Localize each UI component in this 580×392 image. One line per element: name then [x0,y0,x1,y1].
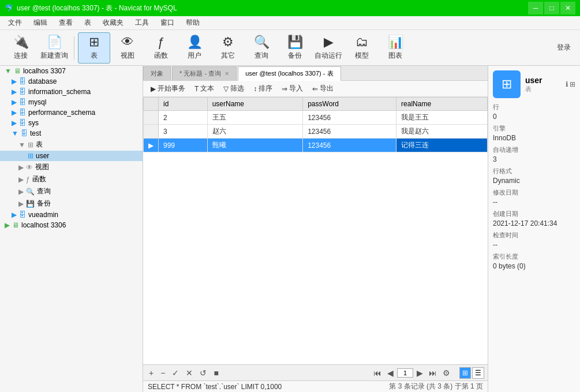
toolbar-btn-connect[interactable]: 🔌连接 [5,32,37,64]
page-settings-button[interactable]: ⚙ [440,367,452,379]
toolbar-icon-other: ⚙ [222,35,234,50]
cell-id-0[interactable]: 2 [159,111,208,125]
add-row-button[interactable]: + [147,367,156,379]
sidebar-item-sys[interactable]: ▶ 🗄 sys [0,118,143,128]
cell-id-2[interactable]: 999 [159,139,208,152]
sub-btn-import[interactable]: ⇒导入 [278,82,307,95]
close-button[interactable]: ✕ [560,2,575,14]
content-area: 对象* 无标题 - 查询✕user @test (localhos 3307) … [143,66,488,392]
cell-userName-0[interactable]: 王五 [207,111,302,125]
toolbar-btn-table[interactable]: ⊞表 [78,32,110,64]
tree-type-icon-performance_schema: 🗄 [19,109,26,117]
cell-passWord-0[interactable]: 123456 [303,111,396,125]
sub-icon-sort: ↕ [253,85,257,93]
stop-button[interactable]: ■ [211,367,220,379]
cell-realName-0[interactable]: 我是王五 [396,111,488,125]
toolbar-btn-other[interactable]: ⚙其它 [212,32,244,64]
refresh-button[interactable]: ↺ [197,367,209,379]
table-row[interactable]: ▶999甄曦123456记得三连 [144,139,488,152]
menu-item-窗口[interactable]: 窗口 [155,17,180,28]
sidebar-item-backups[interactable]: ▶ 💾 备份 [0,197,143,210]
minimize-button[interactable]: ─ [528,2,543,14]
menu-item-帮助[interactable]: 帮助 [180,17,205,28]
sidebar-item-queries[interactable]: ▶ 🔍 查询 [0,185,143,197]
sidebar-item-information_schema[interactable]: ▶ 🗄 information_schema [0,87,143,97]
sidebar-item-user-table[interactable]: ⊞ user [0,151,143,161]
sub-btn-begin-tx[interactable]: ▶开始事务 [147,82,189,95]
cell-passWord-1[interactable]: 123456 [303,125,396,139]
maximize-button[interactable]: □ [544,2,559,14]
table-row[interactable]: 3赵六123456我是赵六 [144,125,488,139]
toolbar-btn-view[interactable]: 👁视图 [111,32,144,64]
sub-btn-text[interactable]: T文本 [190,82,218,95]
toolbar-btn-function[interactable]: ƒ函数 [145,32,177,64]
rp-section-label-自动递增: 自动递增 [493,145,575,154]
sidebar-item-performance_schema[interactable]: ▶ 🗄 performance_schema [0,107,143,118]
col-header-passWord[interactable]: passWord [303,98,396,111]
rp-section-label-引擎: 引擎 [493,124,575,133]
tab-close-icon[interactable]: ✕ [224,70,229,77]
grid-view-button[interactable]: ⊞ [459,367,471,379]
rp-section-value-自动递增: 3 [493,155,575,163]
sidebar-item-mysql[interactable]: ▶ 🗄 mysql [0,97,143,107]
menu-item-编辑[interactable]: 编辑 [28,17,53,28]
tree-expand-icon-database: ▶ [12,77,17,85]
sidebar-item-vueadmin[interactable]: ▶ 🗄 vueadmin [0,210,143,220]
cell-userName-1[interactable]: 赵六 [207,125,302,139]
menu-item-查看[interactable]: 查看 [53,17,78,28]
toolbar-btn-backup[interactable]: 💾备份 [279,32,311,64]
list-view-button[interactable]: ☰ [472,367,484,379]
sub-btn-sort[interactable]: ↕排序 [249,82,276,95]
sidebar-item-localhost-3306[interactable]: ▶ 🖥 localhost 3306 [0,220,143,230]
tree-type-icon-tables: ⊞ [28,141,33,149]
login-button[interactable]: 登录 [552,40,575,55]
tree-label-localhost-3306: localhost 3306 [21,221,66,229]
toolbar-btn-chart[interactable]: 📊图表 [379,32,411,64]
delete-row-button[interactable]: − [158,367,167,379]
rp-grid-icon[interactable]: ⊞ [570,80,575,88]
sidebar-item-tables[interactable]: ▼ ⊞ 表 [0,139,143,151]
cell-realName-2[interactable]: 记得三连 [396,139,488,152]
toolbar-btn-query[interactable]: 🔍查询 [245,32,278,64]
cell-id-1[interactable]: 3 [159,125,208,139]
sidebar-item-views[interactable]: ▶ 👁 视图 [0,161,143,173]
toolbar-btn-user[interactable]: 👤用户 [178,32,211,64]
cell-passWord-2[interactable]: 123456 [303,139,396,152]
cancel-edit-button[interactable]: ✕ [184,367,195,379]
tab-object[interactable]: 对象 [143,66,171,80]
col-header-realName[interactable]: realName [396,98,488,111]
first-page-button[interactable]: ⏮ [371,367,384,379]
sidebar-item-localhos-3307[interactable]: ▼ 🖥 localhos 3307 [0,66,143,76]
sidebar-item-test[interactable]: ▼ 🗄 test [0,128,143,139]
menu-item-表[interactable]: 表 [78,17,97,28]
menu-item-文件[interactable]: 文件 [2,17,28,28]
record-info: 第 3 条记录 (共 3 条) 于第 1 页 [389,382,483,391]
menu-item-工具[interactable]: 工具 [129,17,155,28]
col-indicator [144,98,159,111]
menu-item-收藏夹[interactable]: 收藏夹 [97,17,129,28]
sidebar-item-database[interactable]: ▶ 🗄 database [0,76,143,87]
sub-btn-filter[interactable]: ▽筛选 [219,82,248,95]
table-row[interactable]: 2王五123456我是王五 [144,111,488,125]
tree-type-icon-localhost-3306: 🖥 [12,221,19,229]
toolbar-btn-autorun[interactable]: ▶自动运行 [312,32,345,64]
toolbar-btn-model[interactable]: 🗂模型 [346,32,378,64]
sub-icon-filter: ▽ [223,85,229,93]
prev-page-button[interactable]: ◀ [385,367,396,379]
sub-btn-export[interactable]: ⇐导出 [308,82,338,95]
tab-table[interactable]: user @test (localhos 3307) - 表 [238,66,340,81]
toolbar-icon-new-query: 📄 [47,35,62,50]
col-header-id[interactable]: id [159,98,208,111]
last-page-button[interactable]: ⏭ [426,367,439,379]
col-header-userName[interactable]: userName [207,98,302,111]
next-page-button[interactable]: ▶ [414,367,425,379]
page-input[interactable] [397,368,413,378]
rp-info-icon[interactable]: ℹ [566,80,568,88]
sidebar-item-functions[interactable]: ▶ ƒ 函数 [0,173,143,185]
cell-userName-2[interactable]: 甄曦 [207,139,302,152]
confirm-button[interactable]: ✓ [170,367,181,379]
toolbar-btn-new-query[interactable]: 📄新建查询 [38,32,70,64]
tree-expand-icon-performance_schema: ▶ [12,109,17,117]
cell-realName-1[interactable]: 我是赵六 [396,125,488,139]
tab-query[interactable]: * 无标题 - 查询✕ [172,66,237,80]
